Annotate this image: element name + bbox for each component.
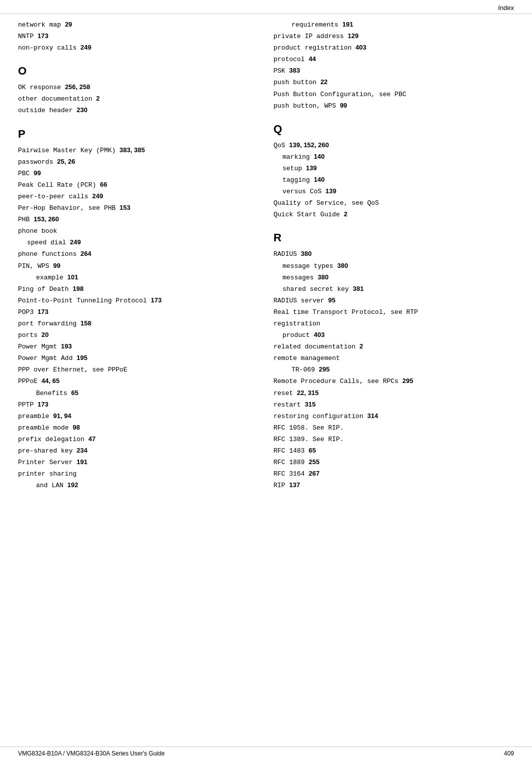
index-term: Remote Procedure Calls, see RPCs [274, 377, 402, 385]
page-number: 44, 65 [42, 377, 60, 385]
section-letter: Q [274, 123, 514, 136]
list-item: requirements 191 [274, 19, 514, 31]
page-number: 173 [38, 308, 49, 315]
page-number: 158 [81, 319, 92, 327]
list-item: Pairwise Master Key (PMK) 383, 385 [18, 145, 259, 156]
index-term: RADIUS [274, 250, 301, 258]
list-item: Power Mgmt 193 [18, 341, 259, 352]
list-item: PIN, WPS 99 [18, 260, 259, 272]
page-number: 99 [340, 102, 347, 109]
index-term: PHB [18, 216, 34, 223]
list-item: outside header 230 [18, 105, 259, 116]
list-item: non-proxy calls 249 [18, 42, 259, 54]
page-number: 380 [337, 262, 348, 269]
list-item: Peak Cell Rate (PCR) 66 [18, 179, 259, 191]
index-term: phone book [18, 227, 57, 235]
page-number: 66 [100, 181, 107, 188]
page-number: 315 [305, 401, 316, 408]
list-item: PPTP 173 [18, 399, 259, 411]
list-item: port forwarding 158 [18, 318, 259, 329]
page-number: 191 [342, 21, 353, 28]
list-item: product 403 [274, 329, 514, 341]
page-number: 139, 152, 260 [289, 141, 329, 149]
list-item: PBC 99 [18, 168, 259, 179]
index-term: Ping of Death [18, 285, 73, 293]
page-number: 153 [120, 204, 131, 211]
list-item: other documentation 2 [18, 93, 259, 105]
page-footer: VMG8324-B10A / VMG8324-B30A Series User'… [0, 746, 532, 757]
index-term: PBC [18, 170, 34, 177]
index-term: PPP over Ethernet, see PPPoE [18, 366, 127, 373]
page-number: 314 [367, 412, 378, 420]
index-term: network map [18, 21, 65, 29]
list-item: RADIUS server 95 [274, 295, 514, 306]
page-number: 192 [67, 481, 78, 489]
list-item: restart 315 [274, 399, 514, 411]
page-number: 195 [77, 354, 88, 361]
section-letter: P [18, 128, 259, 141]
index-term: RFC 1389. See RIP. [274, 436, 344, 443]
index-term: POP3 [18, 308, 38, 316]
list-item: RFC 3164 267 [274, 468, 514, 480]
list-item: PSK 383 [274, 65, 514, 77]
list-item: push button 22 [274, 77, 514, 88]
left-column: network map 29NNTP 173non-proxy calls 24… [18, 19, 274, 491]
index-term: and LAN [36, 482, 67, 489]
list-item: tagging 140 [274, 174, 514, 186]
list-item: example 101 [18, 272, 259, 283]
page-number: 267 [309, 470, 320, 477]
index-term: reset [274, 390, 297, 397]
list-item: remote management [274, 352, 514, 364]
page-number: 98 [73, 424, 80, 431]
list-item: setup 139 [274, 163, 514, 174]
list-item: marking 140 [274, 151, 514, 163]
list-item: phone book [18, 225, 259, 237]
index-term: restart [274, 401, 305, 409]
list-item: protocol 44 [274, 54, 514, 65]
page-number: 249 [92, 192, 103, 200]
index-term: Point-to-Point Tunneling Protocol [18, 297, 151, 304]
page-number: 264 [81, 250, 92, 257]
index-term: phone functions [18, 250, 81, 258]
index-term: TR-069 [292, 366, 319, 373]
list-item: pre-shared key 234 [18, 445, 259, 457]
page-number: 139 [325, 187, 336, 195]
index-term: RADIUS server [274, 297, 328, 304]
page-number: 44 [309, 55, 316, 63]
list-item: Point-to-Point Tunneling Protocol 173 [18, 295, 259, 306]
page-number: 153, 260 [34, 215, 59, 223]
list-item: Benefits 65 [18, 388, 259, 399]
list-item: RIP 137 [274, 480, 514, 491]
page-number: 137 [289, 481, 300, 489]
index-term: Push Button Configuration, see PBC [274, 91, 406, 98]
list-item: RFC 1058. See RIP. [274, 422, 514, 434]
index-term: pre-shared key [18, 447, 77, 455]
page-number: 191 [77, 458, 88, 466]
page-number: 65 [71, 389, 78, 397]
index-term: example [36, 274, 67, 281]
index-term: PIN, WPS [18, 262, 53, 270]
section-letter: O [18, 65, 259, 78]
index-term: OK response [18, 84, 65, 91]
index-term: speed dial [27, 239, 70, 246]
list-item: speed dial 249 [18, 237, 259, 248]
list-item: printer sharing [18, 468, 259, 480]
list-item: related documentation 2 [274, 341, 514, 352]
index-term: protocol [274, 56, 309, 63]
page-number: 47 [88, 435, 95, 443]
page-number: 383 [289, 67, 300, 74]
index-term: marking [283, 153, 314, 161]
page-number: 173 [38, 401, 49, 408]
page-number: 140 [314, 153, 325, 160]
list-item: preamble 91, 94 [18, 411, 259, 422]
page-number: 29 [65, 21, 72, 28]
index-term: outside header [18, 107, 77, 114]
index-term: requirements [292, 21, 342, 29]
page-number: 99 [53, 262, 60, 269]
index-term: registration [274, 320, 321, 327]
page-number: 383, 385 [120, 146, 145, 154]
footer-left: VMG8324-B10A / VMG8324-B30A Series User'… [18, 750, 165, 757]
page-number: 380 [301, 250, 312, 257]
list-item: RADIUS 380 [274, 248, 514, 260]
list-item: passwords 25, 26 [18, 156, 259, 168]
